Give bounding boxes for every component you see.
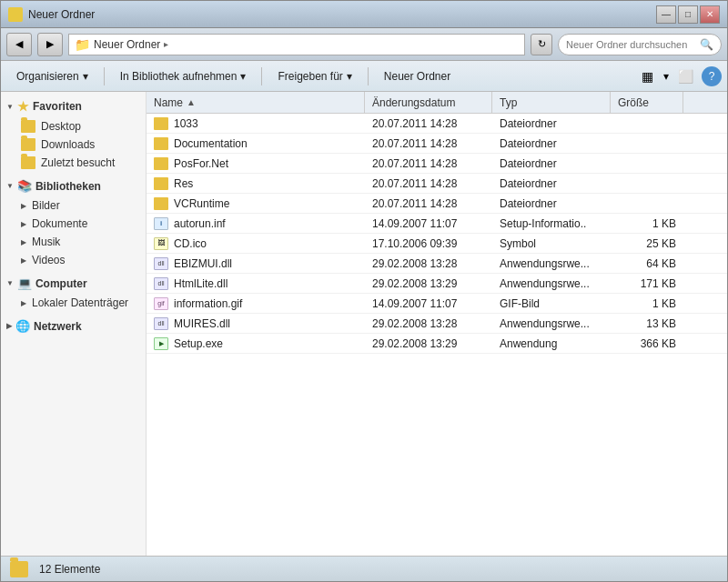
share-button[interactable]: Freigeben für ▾ — [268, 65, 361, 88]
status-folder-icon — [10, 561, 28, 577]
table-row[interactable]: ▶ Setup.exe 29.02.2008 13:29 Anwendung 3… — [147, 334, 727, 354]
file-type-cell: Dateiordner — [492, 157, 611, 170]
file-name-cell: Res — [147, 177, 365, 190]
table-row[interactable]: Documentation 20.07.2011 14:28 Dateiordn… — [147, 134, 727, 154]
file-size-cell: 171 KB — [611, 277, 683, 290]
sidebar-label-desktop: Desktop — [41, 120, 81, 133]
search-bar: 🔍 — [558, 34, 722, 55]
status-bar: 12 Elemente — [1, 556, 727, 581]
table-row[interactable]: Res 20.07.2011 14:28 Dateiordner — [147, 174, 727, 194]
file-date-cell: 20.07.2011 14:28 — [365, 137, 492, 150]
table-row[interactable]: VCRuntime 20.07.2011 14:28 Dateiordner — [147, 194, 727, 214]
file-type-cell: Anwendungsrwe... — [492, 257, 611, 270]
videos-expand-icon: ▶ — [21, 256, 26, 265]
table-row[interactable]: PosFor.Net 20.07.2011 14:28 Dateiordner — [147, 154, 727, 174]
libraries-label: Bibliotheken — [35, 180, 101, 193]
file-date-cell: 20.07.2011 14:28 — [365, 177, 492, 190]
col-header-date[interactable]: Änderungsdatum — [365, 92, 492, 113]
file-name-cell: PosFor.Net — [147, 157, 365, 170]
sidebar-item-desktop[interactable]: Desktop — [1, 117, 146, 135]
table-row[interactable]: i autorun.inf 14.09.2007 11:07 Setup-Inf… — [147, 214, 727, 234]
search-icon[interactable]: 🔍 — [700, 38, 713, 51]
col-header-name[interactable]: Name ▲ — [147, 92, 365, 113]
file-list-header: Name ▲ Änderungsdatum Typ Größe — [147, 92, 727, 114]
table-row[interactable]: dll EBIZMUI.dll 29.02.2008 13:28 Anwendu… — [147, 254, 727, 274]
forward-button[interactable]: ▶ — [37, 33, 63, 56]
col-header-type[interactable]: Typ — [492, 92, 611, 113]
file-size-cell: 1 KB — [611, 217, 683, 230]
new-folder-button[interactable]: Neuer Ordner — [374, 65, 460, 88]
file-name: HtmlLite.dll — [174, 277, 228, 290]
views-button[interactable]: ▦ — [634, 65, 660, 88]
file-name-cell: 🖼 CD.ico — [147, 237, 365, 250]
help-button[interactable]: ? — [702, 66, 722, 86]
file-size-cell: 64 KB — [611, 257, 683, 270]
window-title: Neuer Ordner — [28, 8, 95, 21]
sidebar-label-bilder: Bilder — [32, 199, 60, 212]
file-date-cell: 29.02.2008 13:29 — [365, 337, 492, 350]
path-arrow: ▸ — [164, 39, 168, 49]
title-bar: Neuer Ordner — □ ✕ — [1, 1, 727, 28]
sidebar-label-lokaler: Lokaler Datenträger — [32, 296, 128, 309]
lokaler-expand-icon: ▶ — [21, 299, 26, 307]
file-size-cell: 1 KB — [611, 297, 683, 310]
bilder-expand-icon: ▶ — [21, 202, 26, 210]
table-row[interactable]: dll MUIRES.dll 29.02.2008 13:28 Anwendun… — [147, 314, 727, 334]
toolbar-separator-1 — [104, 67, 105, 85]
toolbar-right: ▦ ▾ ⬜ ? — [634, 65, 722, 88]
sidebar-header-favorites[interactable]: ▼ ★ Favoriten — [1, 95, 146, 117]
sidebar-item-downloads[interactable]: Downloads — [1, 135, 146, 154]
file-type-cell: GIF-Bild — [492, 297, 611, 310]
sidebar-item-dokumente[interactable]: ▶ Dokumente — [1, 215, 146, 233]
file-type-cell: Setup-Informatio.. — [492, 217, 611, 230]
file-size-cell: 366 KB — [611, 337, 683, 350]
toolbar-separator-3 — [368, 67, 369, 85]
window-icon — [8, 7, 23, 22]
sidebar-item-videos[interactable]: ▶ Videos — [1, 251, 146, 269]
recent-folder-icon — [21, 156, 35, 169]
pane-button[interactable]: ⬜ — [672, 65, 698, 88]
sidebar-header-libraries[interactable]: ▼ 📚 Bibliotheken — [1, 176, 146, 196]
file-name-cell: gif information.gif — [147, 297, 365, 310]
sidebar-header-network[interactable]: ▶ 🌐 Netzwerk — [1, 316, 146, 336]
file-date-cell: 29.02.2008 13:28 — [365, 317, 492, 330]
title-bar-controls: — □ ✕ — [656, 5, 720, 24]
sidebar-header-computer[interactable]: ▼ 💻 Computer — [1, 273, 146, 294]
refresh-button[interactable]: ↻ — [531, 34, 552, 55]
favorites-label: Favoriten — [33, 100, 82, 113]
sidebar-label-dokumente: Dokumente — [32, 217, 87, 230]
address-path[interactable]: 📁 Neuer Ordner ▸ — [68, 34, 525, 55]
table-row[interactable]: dll HtmlLite.dll 29.02.2008 13:29 Anwend… — [147, 274, 727, 294]
file-name-cell: dll MUIRES.dll — [147, 317, 365, 330]
favorites-collapse-icon: ▼ — [6, 103, 14, 111]
organize-button[interactable]: Organisieren ▾ — [6, 65, 98, 88]
file-size-cell: 25 KB — [611, 237, 683, 250]
sidebar-item-musik[interactable]: ▶ Musik — [1, 233, 146, 251]
sidebar-item-lokaler[interactable]: ▶ Lokaler Datenträger — [1, 294, 146, 312]
sidebar-item-bilder[interactable]: ▶ Bilder — [1, 196, 146, 215]
address-bar: ◀ ▶ 📁 Neuer Ordner ▸ ↻ 🔍 — [1, 28, 727, 61]
file-name: Setup.exe — [174, 337, 223, 350]
table-row[interactable]: 🖼 CD.ico 17.10.2006 09:39 Symbol 25 KB — [147, 234, 727, 254]
file-name: EBIZMUI.dll — [174, 257, 232, 270]
file-name-cell: 1033 — [147, 117, 365, 130]
libraries-collapse-icon: ▼ — [6, 182, 14, 190]
file-date-cell: 20.07.2011 14:28 — [365, 117, 492, 130]
col-header-size[interactable]: Größe — [611, 92, 683, 113]
file-name: MUIRES.dll — [174, 317, 230, 330]
search-input[interactable] — [566, 39, 696, 50]
table-row[interactable]: 1033 20.07.2011 14:28 Dateiordner — [147, 114, 727, 134]
file-name: 1033 — [174, 117, 198, 130]
file-name-cell: dll HtmlLite.dll — [147, 277, 365, 290]
toolbar: Organisieren ▾ In Bibliothek aufnehmen ▾… — [1, 61, 727, 92]
sidebar-item-recent[interactable]: Zuletzt besucht — [1, 154, 146, 172]
library-button[interactable]: In Bibliothek aufnehmen ▾ — [110, 65, 257, 88]
file-size-cell: 13 KB — [611, 317, 683, 330]
file-type-cell: Dateiordner — [492, 137, 611, 150]
minimize-button[interactable]: — — [656, 5, 676, 24]
back-button[interactable]: ◀ — [6, 33, 32, 56]
maximize-button[interactable]: □ — [678, 5, 698, 24]
close-button[interactable]: ✕ — [700, 5, 720, 24]
main-content: ▼ ★ Favoriten Desktop Downloads Zuletzt … — [1, 92, 727, 556]
table-row[interactable]: gif information.gif 14.09.2007 11:07 GIF… — [147, 294, 727, 314]
